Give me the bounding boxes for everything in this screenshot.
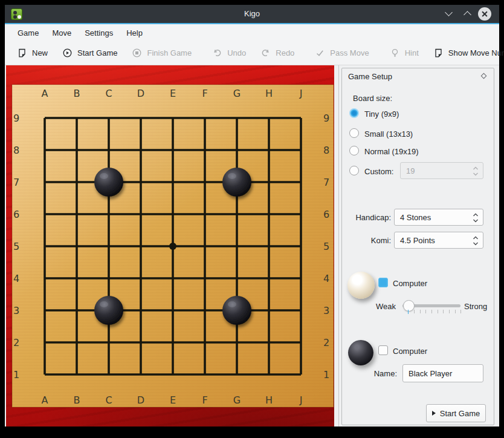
show-move-numbers-button[interactable]: Show Move Numbers: [426, 48, 504, 58]
lightbulb-icon: [390, 48, 400, 58]
start-game-label: Start Game: [77, 48, 117, 57]
new-label: New: [32, 48, 48, 57]
row-label-left-6: 6: [13, 209, 19, 220]
column-label-top-J: J: [299, 88, 303, 99]
column-label-top-C: C: [105, 88, 112, 99]
spinner-chevrons-icon[interactable]: [473, 235, 479, 247]
row-label-left-7: 7: [13, 177, 19, 188]
menu-move[interactable]: Move: [45, 28, 78, 38]
window-title: Kigo: [5, 5, 499, 23]
maximize-button[interactable]: [463, 9, 473, 19]
black-stone-image: [348, 340, 373, 365]
row-label-right-1: 1: [323, 369, 329, 381]
checkmark-icon: [315, 48, 325, 58]
komi-spinbox[interactable]: 4.5 Points: [394, 232, 483, 249]
play-circle-icon: [62, 48, 73, 58]
menu-help[interactable]: Help: [120, 28, 149, 38]
redo-label: Redo: [276, 48, 294, 57]
row-label-left-2: 2: [13, 337, 19, 348]
black-computer-label[interactable]: Computer: [393, 347, 427, 356]
black-name-input[interactable]: [402, 364, 483, 382]
new-document-icon: [17, 48, 27, 58]
start-game-button[interactable]: Start Game: [426, 404, 486, 422]
pass-move-label: Pass Move: [330, 48, 369, 57]
white-computer-label[interactable]: Computer: [393, 279, 427, 288]
redo-button[interactable]: Redo: [253, 48, 302, 58]
pass-move-button[interactable]: Pass Move: [308, 48, 376, 58]
undo-arrow-icon: [212, 48, 222, 58]
panel-title: Game Setup: [348, 72, 392, 81]
float-panel-icon[interactable]: [481, 73, 487, 79]
redo-arrow-icon: [260, 48, 271, 58]
board-size-label: Board size:: [353, 94, 392, 103]
radio-tiny[interactable]: [349, 108, 359, 118]
chevron-down-icon: [445, 8, 453, 16]
column-label-bottom-C: C: [105, 394, 112, 406]
row-label-right-9: 9: [323, 113, 329, 124]
toolbar: New Start Game Finish Game Undo Redo Pas…: [5, 41, 499, 65]
hint-button[interactable]: Hint: [383, 48, 426, 58]
hint-label: Hint: [405, 48, 419, 57]
radio-normal[interactable]: [349, 146, 359, 155]
row-label-right-7: 7: [323, 177, 329, 188]
column-label-bottom-H: H: [265, 394, 273, 406]
row-label-left-4: 4: [13, 273, 19, 284]
radio-small-label[interactable]: Small (13x13): [364, 129, 413, 139]
column-label-top-B: B: [74, 88, 80, 99]
stone-C7: [94, 168, 123, 197]
menu-settings[interactable]: Settings: [78, 28, 120, 38]
row-label-right-4: 4: [323, 273, 329, 284]
row-label-left-5: 5: [13, 241, 19, 252]
finish-game-button[interactable]: Finish Game: [124, 48, 199, 58]
move-numbers-icon: [433, 48, 444, 58]
menu-game[interactable]: Game: [11, 28, 45, 38]
close-button[interactable]: [478, 7, 491, 21]
column-label-bottom-J: J: [299, 394, 303, 406]
row-label-left-1: 1: [13, 369, 19, 381]
black-computer-checkbox[interactable]: [378, 345, 388, 355]
go-board[interactable]: AABBCCDDEEFFGGHHJJ998877665544332211: [6, 65, 334, 427]
row-label-left-9: 9: [13, 113, 19, 124]
start-game-button-label: Start Game: [440, 409, 480, 418]
radio-custom-label[interactable]: Custom:: [364, 167, 393, 176]
minimize-button[interactable]: [444, 9, 454, 19]
radio-custom[interactable]: [349, 166, 359, 175]
undo-button[interactable]: Undo: [205, 48, 253, 58]
strength-strong-label: Strong: [464, 302, 487, 311]
undo-label: Undo: [227, 48, 246, 57]
komi-label: Komi:: [342, 236, 391, 245]
custom-size-value: 19: [406, 166, 415, 175]
column-label-bottom-D: D: [137, 394, 144, 406]
handicap-spinbox[interactable]: 4 Stones: [394, 209, 483, 226]
start-game-toolbar-button[interactable]: Start Game: [55, 48, 124, 58]
stone-C3: [94, 296, 123, 325]
column-label-top-A: A: [42, 88, 48, 99]
handicap-value: 4 Stones: [400, 213, 431, 222]
strength-weak-label: Weak: [376, 302, 396, 311]
white-computer-checkbox[interactable]: [378, 278, 388, 287]
row-label-left-3: 3: [13, 305, 19, 316]
strength-slider[interactable]: [402, 299, 460, 315]
stone-G7: [222, 168, 251, 197]
spinner-chevrons-icon[interactable]: [473, 212, 479, 224]
stone-G3: [222, 296, 251, 325]
row-label-right-3: 3: [323, 305, 329, 316]
column-label-top-G: G: [233, 88, 241, 99]
slider-ticks: [408, 309, 461, 314]
stop-circle-icon: [132, 48, 142, 58]
custom-size-spinbox[interactable]: 19: [400, 162, 483, 179]
column-label-bottom-A: A: [42, 394, 48, 406]
black-name-label: Name:: [342, 369, 397, 378]
radio-small[interactable]: [349, 128, 359, 138]
titlebar[interactable]: Kigo: [5, 5, 499, 23]
row-label-left-8: 8: [13, 145, 19, 156]
game-setup-panel: Game Setup Board size: Tiny (9x9) Small …: [341, 68, 494, 425]
row-label-right-2: 2: [323, 337, 329, 348]
new-button[interactable]: New: [10, 48, 55, 58]
radio-tiny-label[interactable]: Tiny (9x9): [364, 109, 399, 119]
column-label-bottom-F: F: [202, 394, 207, 406]
radio-normal-label[interactable]: Normal (19x19): [364, 147, 419, 156]
spinner-chevrons-icon[interactable]: [473, 165, 479, 177]
finish-game-label: Finish Game: [147, 48, 192, 57]
chevron-up-icon: [464, 11, 471, 19]
